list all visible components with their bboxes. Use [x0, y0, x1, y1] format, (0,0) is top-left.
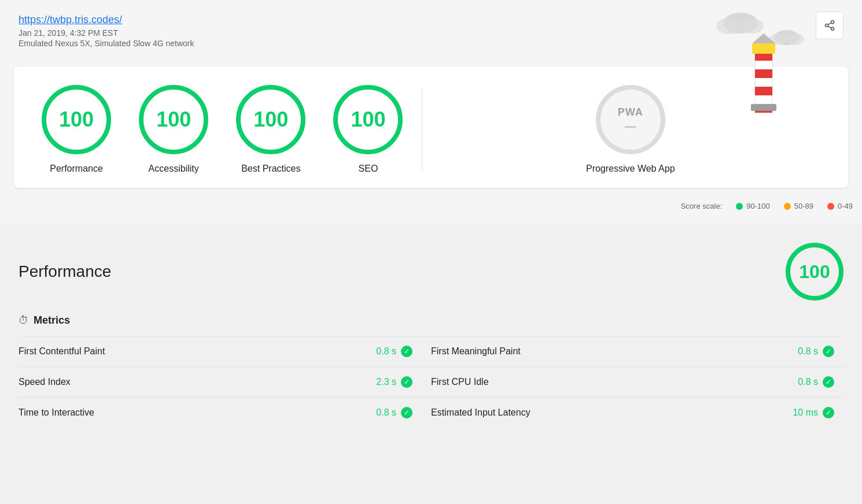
metric-eil: Estimated Input Latency 10 ms ✓ [431, 398, 843, 428]
best-practices-score: 100 [253, 108, 288, 132]
fci-check: ✓ [823, 376, 834, 388]
pwa-label: Progressive Web App [586, 164, 675, 174]
fmp-value-row: 0.8 s ✓ [798, 346, 834, 357]
accessibility-score: 100 [156, 108, 191, 132]
performance-label: Performance [50, 164, 103, 174]
fmp-value: 0.8 s [798, 346, 818, 357]
scale-high: 90-100 [736, 202, 769, 210]
dot-green [736, 203, 743, 210]
scale-mid: 50-89 [784, 202, 813, 210]
eil-label: Estimated Input Latency [431, 407, 531, 418]
si-label: Speed Index [19, 377, 71, 387]
score-scale-row: Score scale: 90-100 50-89 0-49 [0, 197, 862, 215]
accessibility-label: Accessibility [149, 164, 199, 174]
metrics-row-1: First Contentful Paint 0.8 s ✓ First Mea… [19, 336, 843, 366]
performance-header: Performance 100 [19, 243, 843, 301]
score-item-seo[interactable]: 100 SEO [319, 85, 417, 174]
eil-value: 10 ms [793, 407, 818, 418]
svg-point-5 [787, 34, 804, 45]
seo-label: SEO [359, 164, 378, 174]
fci-label: First CPU Idle [431, 377, 489, 387]
svg-rect-9 [755, 87, 772, 95]
svg-line-17 [828, 26, 831, 28]
performance-detail-score: 100 [799, 261, 830, 283]
metrics-row-3: Time to Interactive 0.8 s ✓ Estimated In… [19, 397, 843, 428]
svg-point-16 [831, 27, 834, 30]
pwa-abbr: PWA [618, 106, 643, 118]
metric-fci: First CPU Idle 0.8 s ✓ [431, 367, 843, 397]
svg-point-2 [741, 18, 764, 34]
svg-rect-13 [751, 104, 776, 111]
score-item-accessibility[interactable]: 100 Accessibility [125, 85, 222, 174]
seo-circle: 100 [333, 85, 403, 154]
fmp-check: ✓ [823, 346, 834, 357]
si-value-row: 2.3 s ✓ [376, 376, 412, 388]
fcp-check: ✓ [401, 346, 412, 357]
svg-point-1 [716, 18, 742, 34]
si-check: ✓ [401, 376, 412, 388]
pwa-dash: — [625, 120, 636, 133]
svg-rect-11 [752, 43, 775, 54]
metric-fmp: First Meaningful Paint 0.8 s ✓ [431, 336, 843, 366]
fmp-label: First Meaningful Paint [431, 346, 521, 357]
fcp-value-row: 0.8 s ✓ [376, 346, 412, 357]
scale-low: 0-49 [827, 202, 853, 210]
accessibility-circle: 100 [139, 85, 208, 154]
best-practices-circle: 100 [236, 85, 305, 154]
seo-score: 100 [351, 108, 385, 132]
metrics-container: First Contentful Paint 0.8 s ✓ First Mea… [19, 336, 843, 428]
fcp-label: First Contentful Paint [19, 346, 105, 357]
scores-divider [422, 89, 422, 170]
metric-fcp: First Contentful Paint 0.8 s ✓ [19, 336, 431, 366]
performance-score: 100 [59, 108, 94, 132]
metrics-header: ⏱ Metrics [19, 314, 843, 327]
lighthouse-logo [706, 6, 810, 110]
score-item-best-practices[interactable]: 100 Best Practices [222, 85, 319, 174]
score-items: 100 Performance 100 Accessibility 100 Be… [28, 85, 417, 174]
share-button[interactable] [816, 12, 843, 39]
tti-label: Time to Interactive [19, 407, 94, 418]
tti-check: ✓ [401, 407, 412, 418]
score-scale-label: Score scale: [681, 202, 723, 210]
scale-high-range: 90-100 [746, 202, 769, 210]
eil-check: ✓ [823, 407, 834, 418]
svg-point-15 [826, 24, 828, 27]
scale-low-range: 0-49 [838, 202, 853, 210]
scale-mid-range: 50-89 [794, 202, 813, 210]
svg-rect-8 [755, 69, 772, 78]
pwa-circle: PWA — [596, 85, 665, 154]
score-item-performance[interactable]: 100 Performance [28, 85, 125, 174]
metrics-clock-icon: ⏱ [19, 314, 29, 327]
tti-value-row: 0.8 s ✓ [376, 407, 412, 418]
tti-value: 0.8 s [376, 407, 396, 418]
site-url[interactable]: https://twbp.tris.codes/ [19, 14, 122, 25]
performance-detail-circle: 100 [786, 243, 843, 301]
performance-section: Performance 100 ⏱ Metrics First Contentf… [0, 224, 862, 428]
performance-title: Performance [19, 262, 111, 281]
metric-si: Speed Index 2.3 s ✓ [19, 367, 431, 397]
performance-circle: 100 [42, 85, 111, 154]
header-section: https://twbp.tris.codes/ Jan 21, 2019, 4… [0, 0, 862, 57]
si-value: 2.3 s [376, 377, 396, 387]
best-practices-label: Best Practices [241, 164, 300, 174]
metrics-row-2: Speed Index 2.3 s ✓ First CPU Idle 0.8 s… [19, 366, 843, 397]
eil-value-row: 10 ms ✓ [793, 407, 834, 418]
dot-orange [784, 203, 791, 210]
svg-line-18 [828, 23, 831, 24]
dot-red [827, 203, 834, 210]
fci-value-row: 0.8 s ✓ [798, 376, 834, 388]
fci-value: 0.8 s [798, 377, 818, 387]
metrics-label: Metrics [34, 314, 70, 327]
svg-point-14 [831, 21, 834, 24]
fcp-value: 0.8 s [376, 346, 396, 357]
metric-tti: Time to Interactive 0.8 s ✓ [19, 398, 431, 428]
